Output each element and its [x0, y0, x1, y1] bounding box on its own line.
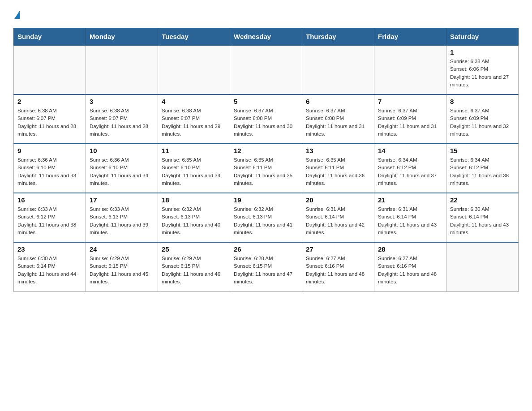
day-info: Sunrise: 6:29 AMSunset: 6:15 PMDaylight:… — [90, 255, 154, 286]
day-info: Sunrise: 6:38 AMSunset: 6:07 PMDaylight:… — [17, 107, 82, 138]
day-number: 4 — [162, 98, 226, 105]
day-number: 20 — [306, 196, 370, 204]
calendar-cell: 21Sunrise: 6:31 AMSunset: 6:14 PMDayligh… — [374, 193, 446, 242]
day-info: Sunrise: 6:34 AMSunset: 6:12 PMDaylight:… — [450, 156, 515, 187]
calendar-week-row: 9Sunrise: 6:36 AMSunset: 6:10 PMDaylight… — [14, 144, 519, 193]
weekday-header-monday: Monday — [86, 28, 158, 46]
day-info: Sunrise: 6:36 AMSunset: 6:10 PMDaylight:… — [17, 156, 82, 187]
calendar-cell: 17Sunrise: 6:33 AMSunset: 6:13 PMDayligh… — [86, 193, 158, 242]
calendar-cell: 4Sunrise: 6:38 AMSunset: 6:07 PMDaylight… — [158, 94, 230, 144]
day-info: Sunrise: 6:30 AMSunset: 6:14 PMDaylight:… — [17, 255, 82, 286]
calendar-cell: 7Sunrise: 6:37 AMSunset: 6:09 PMDaylight… — [374, 94, 446, 144]
calendar-header-row: SundayMondayTuesdayWednesdayThursdayFrid… — [14, 28, 519, 46]
day-number: 28 — [378, 245, 442, 253]
day-number: 15 — [450, 147, 515, 154]
day-info: Sunrise: 6:32 AMSunset: 6:13 PMDaylight:… — [162, 206, 226, 236]
day-info: Sunrise: 6:35 AMSunset: 6:10 PMDaylight:… — [162, 156, 226, 187]
day-info: Sunrise: 6:38 AMSunset: 6:07 PMDaylight:… — [162, 107, 226, 138]
calendar-cell: 13Sunrise: 6:35 AMSunset: 6:11 PMDayligh… — [302, 144, 374, 193]
day-number: 17 — [90, 196, 154, 204]
day-info: Sunrise: 6:28 AMSunset: 6:15 PMDaylight:… — [234, 255, 298, 286]
day-info: Sunrise: 6:31 AMSunset: 6:14 PMDaylight:… — [378, 206, 442, 236]
weekday-header-saturday: Saturday — [446, 28, 519, 46]
calendar-cell: 6Sunrise: 6:37 AMSunset: 6:08 PMDaylight… — [302, 94, 374, 144]
day-info: Sunrise: 6:37 AMSunset: 6:08 PMDaylight:… — [234, 107, 298, 138]
day-info: Sunrise: 6:37 AMSunset: 6:08 PMDaylight:… — [306, 107, 370, 138]
calendar-cell — [230, 45, 302, 94]
calendar-week-row: 1Sunrise: 6:38 AMSunset: 6:06 PMDaylight… — [14, 45, 519, 94]
weekday-header-friday: Friday — [374, 28, 446, 46]
day-number: 25 — [162, 245, 226, 253]
calendar-cell: 28Sunrise: 6:27 AMSunset: 6:16 PMDayligh… — [374, 242, 446, 291]
calendar-cell: 9Sunrise: 6:36 AMSunset: 6:10 PMDaylight… — [14, 144, 86, 193]
weekday-header-wednesday: Wednesday — [230, 28, 302, 46]
calendar-cell: 22Sunrise: 6:30 AMSunset: 6:14 PMDayligh… — [446, 193, 519, 242]
day-info: Sunrise: 6:29 AMSunset: 6:15 PMDaylight:… — [162, 255, 226, 286]
day-info: Sunrise: 6:27 AMSunset: 6:16 PMDaylight:… — [306, 255, 370, 286]
day-number: 13 — [306, 147, 370, 154]
day-number: 7 — [378, 98, 442, 105]
calendar-cell: 18Sunrise: 6:32 AMSunset: 6:13 PMDayligh… — [158, 193, 230, 242]
calendar-cell — [14, 45, 86, 94]
day-number: 2 — [17, 98, 82, 105]
day-number: 9 — [17, 147, 82, 154]
calendar-cell: 14Sunrise: 6:34 AMSunset: 6:12 PMDayligh… — [374, 144, 446, 193]
calendar-cell: 12Sunrise: 6:35 AMSunset: 6:11 PMDayligh… — [230, 144, 302, 193]
day-number: 24 — [90, 245, 154, 253]
weekday-header-tuesday: Tuesday — [158, 28, 230, 46]
day-info: Sunrise: 6:35 AMSunset: 6:11 PMDaylight:… — [234, 156, 298, 187]
day-number: 27 — [306, 245, 370, 253]
day-info: Sunrise: 6:33 AMSunset: 6:13 PMDaylight:… — [90, 206, 154, 236]
day-info: Sunrise: 6:37 AMSunset: 6:09 PMDaylight:… — [450, 107, 515, 138]
calendar-week-row: 2Sunrise: 6:38 AMSunset: 6:07 PMDaylight… — [14, 94, 519, 144]
day-number: 10 — [90, 147, 154, 154]
calendar-cell — [446, 242, 519, 291]
calendar-cell: 25Sunrise: 6:29 AMSunset: 6:15 PMDayligh… — [158, 242, 230, 291]
day-number: 23 — [17, 245, 82, 253]
day-number: 21 — [378, 196, 442, 204]
calendar-cell: 27Sunrise: 6:27 AMSunset: 6:16 PMDayligh… — [302, 242, 374, 291]
logo-triangle-icon — [14, 11, 20, 19]
calendar-cell: 20Sunrise: 6:31 AMSunset: 6:14 PMDayligh… — [302, 193, 374, 242]
day-info: Sunrise: 6:34 AMSunset: 6:12 PMDaylight:… — [378, 156, 442, 187]
calendar-cell: 26Sunrise: 6:28 AMSunset: 6:15 PMDayligh… — [230, 242, 302, 291]
day-info: Sunrise: 6:38 AMSunset: 6:06 PMDaylight:… — [450, 58, 515, 89]
page-header — [13, 9, 519, 19]
day-number: 16 — [17, 196, 82, 204]
day-number: 6 — [306, 98, 370, 105]
calendar-week-row: 23Sunrise: 6:30 AMSunset: 6:14 PMDayligh… — [14, 242, 519, 291]
calendar-cell — [158, 45, 230, 94]
calendar-cell: 11Sunrise: 6:35 AMSunset: 6:10 PMDayligh… — [158, 144, 230, 193]
day-info: Sunrise: 6:35 AMSunset: 6:11 PMDaylight:… — [306, 156, 370, 187]
calendar-cell: 16Sunrise: 6:33 AMSunset: 6:12 PMDayligh… — [14, 193, 86, 242]
day-info: Sunrise: 6:37 AMSunset: 6:09 PMDaylight:… — [378, 107, 442, 138]
calendar-cell: 8Sunrise: 6:37 AMSunset: 6:09 PMDaylight… — [446, 94, 519, 144]
day-info: Sunrise: 6:32 AMSunset: 6:13 PMDaylight:… — [234, 206, 298, 236]
day-info: Sunrise: 6:33 AMSunset: 6:12 PMDaylight:… — [17, 206, 82, 236]
calendar-cell — [374, 45, 446, 94]
calendar-cell: 10Sunrise: 6:36 AMSunset: 6:10 PMDayligh… — [86, 144, 158, 193]
day-number: 26 — [234, 245, 298, 253]
calendar-cell: 1Sunrise: 6:38 AMSunset: 6:06 PMDaylight… — [446, 45, 519, 94]
day-number: 5 — [234, 98, 298, 105]
day-number: 19 — [234, 196, 298, 204]
day-number: 18 — [162, 196, 226, 204]
calendar-cell: 2Sunrise: 6:38 AMSunset: 6:07 PMDaylight… — [14, 94, 86, 144]
day-info: Sunrise: 6:38 AMSunset: 6:07 PMDaylight:… — [90, 107, 154, 138]
calendar-cell: 23Sunrise: 6:30 AMSunset: 6:14 PMDayligh… — [14, 242, 86, 291]
day-info: Sunrise: 6:36 AMSunset: 6:10 PMDaylight:… — [90, 156, 154, 187]
day-info: Sunrise: 6:30 AMSunset: 6:14 PMDaylight:… — [450, 206, 515, 236]
logo — [13, 9, 20, 19]
day-number: 14 — [378, 147, 442, 154]
day-number: 22 — [450, 196, 515, 204]
calendar-cell: 24Sunrise: 6:29 AMSunset: 6:15 PMDayligh… — [86, 242, 158, 291]
weekday-header-sunday: Sunday — [14, 28, 86, 46]
day-number: 1 — [450, 48, 515, 56]
calendar-cell: 3Sunrise: 6:38 AMSunset: 6:07 PMDaylight… — [86, 94, 158, 144]
weekday-header-thursday: Thursday — [302, 28, 374, 46]
day-number: 8 — [450, 98, 515, 105]
day-info: Sunrise: 6:27 AMSunset: 6:16 PMDaylight:… — [378, 255, 442, 286]
calendar-cell: 5Sunrise: 6:37 AMSunset: 6:08 PMDaylight… — [230, 94, 302, 144]
day-number: 3 — [90, 98, 154, 105]
calendar-week-row: 16Sunrise: 6:33 AMSunset: 6:12 PMDayligh… — [14, 193, 519, 242]
